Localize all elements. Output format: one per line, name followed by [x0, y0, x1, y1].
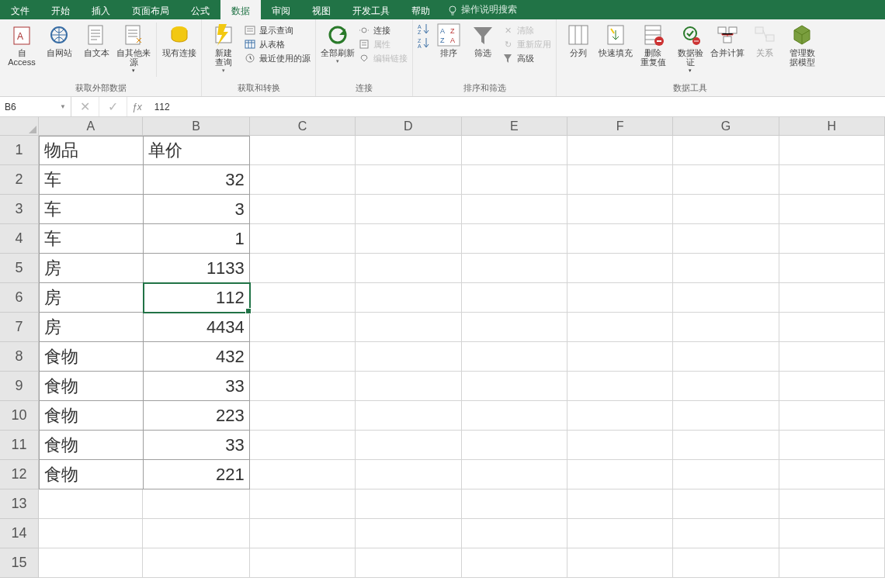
cell-F11[interactable] [567, 431, 673, 460]
cell-C10[interactable] [250, 401, 356, 431]
cell-C5[interactable] [250, 254, 356, 283]
menu-tab-4[interactable]: 公式 [180, 0, 220, 19]
cell-C7[interactable] [250, 313, 356, 342]
row-header-5[interactable]: 5 [0, 254, 38, 283]
cell-F15[interactable] [567, 548, 673, 578]
row-header-4[interactable]: 4 [0, 224, 38, 254]
ext-data-btn-0[interactable]: A自 Access [5, 22, 39, 67]
cell-F2[interactable] [567, 165, 673, 195]
cell-E11[interactable] [462, 431, 567, 460]
cell-D1[interactable] [356, 136, 461, 165]
cell-D6[interactable] [356, 283, 461, 313]
cell-G13[interactable] [673, 489, 779, 519]
cell-A4[interactable]: 车 [39, 224, 144, 254]
tools-btn-2[interactable]: 删除 重复值 [636, 22, 670, 67]
cell-B9[interactable]: 33 [144, 372, 250, 401]
cell-G7[interactable] [673, 313, 779, 342]
cell-A8[interactable]: 食物 [39, 342, 144, 372]
cell-C9[interactable] [250, 372, 356, 401]
select-all-corner[interactable] [0, 117, 39, 136]
chevron-down-icon[interactable]: ▼ [60, 103, 66, 110]
cell-D8[interactable] [356, 342, 461, 372]
cell-H3[interactable] [779, 195, 885, 224]
cell-F1[interactable] [567, 136, 673, 165]
ext-data-btn-3[interactable]: 自其他来源▾ [116, 22, 151, 74]
cell-A15[interactable] [39, 548, 143, 578]
cell-G5[interactable] [673, 254, 779, 283]
cell-C4[interactable] [250, 224, 356, 254]
enter-icon[interactable]: ✓ [99, 97, 127, 116]
cell-E4[interactable] [462, 224, 567, 254]
cell-A3[interactable]: 车 [39, 195, 144, 224]
fx-icon[interactable]: ƒx [127, 97, 147, 116]
cell-F8[interactable] [567, 342, 673, 372]
menu-tab-5[interactable]: 数据 [220, 0, 261, 19]
cell-G1[interactable] [673, 136, 779, 165]
cell-G4[interactable] [673, 224, 779, 254]
menu-tab-1[interactable]: 开始 [40, 0, 81, 19]
cell-E3[interactable] [462, 195, 567, 224]
cell-E6[interactable] [462, 283, 567, 313]
cell-B12[interactable]: 221 [144, 460, 250, 489]
cell-E10[interactable] [462, 401, 567, 431]
cell-B7[interactable]: 4434 [144, 313, 250, 342]
cell-A6[interactable]: 房 [39, 283, 144, 313]
cell-F13[interactable] [567, 489, 673, 519]
cell-F4[interactable] [567, 224, 673, 254]
cell-B3[interactable]: 3 [144, 195, 250, 224]
sort-desc-button[interactable]: ZA [418, 36, 430, 49]
menu-tab-0[interactable]: 文件 [0, 0, 40, 19]
cell-A10[interactable]: 食物 [39, 401, 144, 431]
row-header-11[interactable]: 11 [0, 431, 38, 460]
refresh-all-button[interactable]: 全部刷新 ▾ [321, 22, 355, 64]
cell-C2[interactable] [250, 165, 356, 195]
conn-item-1[interactable]: 属性 [358, 38, 408, 50]
cell-H1[interactable] [779, 136, 885, 165]
filter-button[interactable]: 筛选 [467, 22, 498, 57]
advanced-filter-button[interactable]: 高级 [502, 52, 551, 64]
cell-B4[interactable]: 1 [144, 224, 250, 254]
cell-B8[interactable]: 432 [144, 342, 250, 372]
cell-C15[interactable] [250, 548, 356, 578]
cell-E1[interactable] [462, 136, 567, 165]
clear-filter-button[interactable]: ✕清除 [502, 24, 551, 36]
conn-item-0[interactable]: 连接 [358, 24, 408, 36]
cell-F6[interactable] [567, 283, 673, 313]
cell-D3[interactable] [356, 195, 461, 224]
cell-D7[interactable] [356, 313, 461, 342]
cell-G3[interactable] [673, 195, 779, 224]
menu-tab-9[interactable]: 帮助 [401, 0, 441, 19]
cell-G10[interactable] [673, 401, 779, 431]
row-header-14[interactable]: 14 [0, 519, 38, 548]
new-query-button[interactable]: 新建 查询 ▾ [206, 22, 241, 74]
cell-D5[interactable] [356, 254, 461, 283]
cell-D12[interactable] [356, 460, 461, 489]
menu-tab-2[interactable]: 插入 [81, 0, 121, 19]
cell-E7[interactable] [462, 313, 567, 342]
cell-E14[interactable] [462, 519, 567, 548]
cell-C12[interactable] [250, 460, 356, 489]
tools-btn-0[interactable]: 分列 [561, 22, 595, 57]
cell-H4[interactable] [779, 224, 885, 254]
cell-E9[interactable] [462, 372, 567, 401]
cell-A11[interactable]: 食物 [39, 431, 144, 460]
menu-tab-6[interactable]: 审阅 [261, 0, 301, 19]
cell-B15[interactable] [143, 548, 249, 578]
row-header-9[interactable]: 9 [0, 372, 38, 401]
cell-A14[interactable] [39, 519, 143, 548]
ext-data-btn-1[interactable]: 自网站 [42, 22, 76, 57]
row-header-3[interactable]: 3 [0, 195, 38, 224]
gt-item-0[interactable]: 显示查询 [244, 24, 311, 36]
cell-F14[interactable] [567, 519, 673, 548]
cell-H14[interactable] [779, 519, 885, 548]
conn-item-2[interactable]: 编辑链接 [358, 52, 408, 64]
col-header-D[interactable]: D [356, 117, 461, 135]
col-header-E[interactable]: E [462, 117, 567, 135]
cell-A7[interactable]: 房 [39, 313, 144, 342]
cell-D15[interactable] [356, 548, 461, 578]
cell-G11[interactable] [673, 431, 779, 460]
tools-btn-6[interactable]: 管理数 据模型 [785, 22, 819, 67]
cell-C11[interactable] [250, 431, 356, 460]
row-header-1[interactable]: 1 [0, 136, 38, 165]
cell-E5[interactable] [462, 254, 567, 283]
